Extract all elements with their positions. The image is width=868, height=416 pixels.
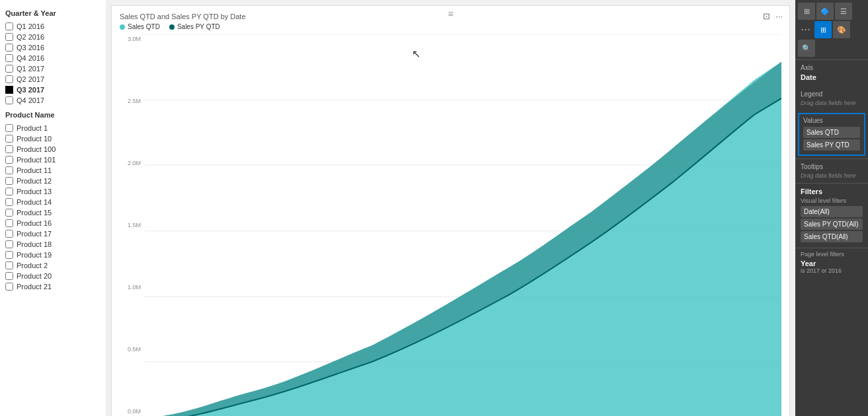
panel-icon-btn-1[interactable]: ⊞ <box>798 3 815 20</box>
filter-product-16[interactable]: Product 16 <box>5 218 100 228</box>
filter-label-product-17: Product 17 <box>17 230 52 238</box>
filter-product-18[interactable]: Product 18 <box>5 239 100 250</box>
checkbox-product-15[interactable] <box>5 209 13 217</box>
filter-q2-2016[interactable]: Q2 2016 <box>5 32 100 42</box>
axis-field-value[interactable]: Date <box>801 73 863 81</box>
visual-level-filters-label: Visual level filters <box>801 197 863 204</box>
values-section-label: Values <box>803 117 860 124</box>
filters-label: Filters <box>801 188 863 195</box>
more-options-icon[interactable]: ··· <box>775 11 783 21</box>
checkbox-product-100[interactable] <box>5 145 13 153</box>
checkbox-q1-2017[interactable] <box>5 65 13 73</box>
filter-product-11[interactable]: Product 11 <box>5 165 100 176</box>
legend-dot-sales-qtd <box>120 24 125 30</box>
legend-sales-py-qtd: Sales PY QTD <box>169 23 220 30</box>
filter-field-date[interactable]: Date(All) <box>801 206 863 217</box>
filter-label-product-14: Product 14 <box>17 198 52 206</box>
checkbox-q3-2016[interactable] <box>5 44 13 52</box>
panel-icon-btn-filter[interactable]: 🔍 <box>798 40 815 57</box>
checkbox-q2-2016[interactable] <box>5 33 13 41</box>
filter-label-product-100: Product 100 <box>17 145 56 153</box>
page-filters-label: Page level filters <box>801 251 863 258</box>
checkbox-product-2[interactable] <box>5 261 13 269</box>
filter-product-1[interactable]: Product 1 <box>5 123 100 133</box>
panel-icon-btn-3[interactable]: ☰ <box>835 3 852 20</box>
y-label-3m: 3.0M <box>120 36 141 42</box>
filter-label-product-18: Product 18 <box>17 240 52 248</box>
filter-product-100[interactable]: Product 100 <box>5 144 100 155</box>
filter-product-19[interactable]: Product 19 <box>5 250 100 260</box>
checkbox-product-18[interactable] <box>5 240 13 248</box>
filter-product-12[interactable]: Product 12 <box>5 176 100 186</box>
filter-product-10[interactable]: Product 10 <box>5 133 100 144</box>
checkbox-product-16[interactable] <box>5 219 13 227</box>
right-panel: ⊞ 🔷 ☰ ··· ⊞ 🎨 🔍 Axis Date Legend Drag da… <box>795 0 868 416</box>
filter-label-product-11: Product 11 <box>17 166 52 174</box>
focus-mode-icon[interactable]: ⊡ <box>763 11 770 21</box>
y-label-1m: 1.0M <box>120 284 141 291</box>
checkbox-product-17[interactable] <box>5 230 13 238</box>
checkbox-product-21[interactable] <box>5 283 13 291</box>
drag-handle-icon: ≡ <box>448 9 453 19</box>
year-filter-value: is 2017 or 2016 <box>801 267 863 274</box>
year-filter-label[interactable]: Year <box>801 260 863 267</box>
filter-label-q2-2016: Q2 2016 <box>17 33 44 41</box>
tooltips-drag-hint: Drag data fields here <box>801 172 863 179</box>
area-chart-svg <box>145 34 781 416</box>
panel-more-dots[interactable]: ··· <box>798 21 813 38</box>
checkbox-product-19[interactable] <box>5 251 13 259</box>
filter-product-13[interactable]: Product 13 <box>5 186 100 197</box>
filter-product-2[interactable]: Product 2 <box>5 260 100 271</box>
main-content-area: ≡ ⊡ ··· Sales QTD and Sales PY QTD by Da… <box>106 0 795 416</box>
axis-section: Axis Date <box>795 60 868 87</box>
checkbox-product-14[interactable] <box>5 198 13 206</box>
filter-q1-2017[interactable]: Q1 2017 <box>5 63 100 74</box>
checkbox-product-10[interactable] <box>5 135 13 143</box>
panel-icon-btn-paint[interactable]: 🎨 <box>833 21 850 38</box>
filter-product-101[interactable]: Product 101 <box>5 155 100 165</box>
filter-label-product-101: Product 101 <box>17 156 56 164</box>
legend-drag-hint: Drag data fields here <box>801 100 863 106</box>
value-field-sales-py-qtd[interactable]: Sales PY QTD <box>803 139 860 151</box>
checkbox-q2-2017[interactable] <box>5 75 13 83</box>
y-label-15m: 1.5M <box>120 222 141 228</box>
legend-section: Legend Drag data fields here <box>795 87 868 110</box>
filters-section: Filters Visual level filters Date(All) S… <box>795 183 868 248</box>
filter-product-17[interactable]: Product 17 <box>5 228 100 239</box>
filter-q2-2017[interactable]: Q2 2017 <box>5 74 100 85</box>
panel-icon-toolbar: ⊞ 🔷 ☰ ··· ⊞ 🎨 🔍 <box>795 0 868 60</box>
filter-product-14[interactable]: Product 14 <box>5 197 100 207</box>
filter-field-sales-py-qtd[interactable]: Sales PY QTD(All) <box>801 219 863 230</box>
chart-container: ≡ ⊡ ··· Sales QTD and Sales PY QTD by Da… <box>111 5 790 416</box>
checkbox-product-101[interactable] <box>5 156 13 164</box>
filter-label-q2-2017: Q2 2017 <box>17 75 44 83</box>
filter-label-product-19: Product 19 <box>17 251 52 259</box>
checkbox-product-11[interactable] <box>5 166 13 174</box>
checkbox-product-13[interactable] <box>5 188 13 195</box>
filter-product-15[interactable]: Product 15 <box>5 207 100 218</box>
filter-label-product-12: Product 12 <box>17 177 52 185</box>
checkbox-product-1[interactable] <box>5 124 13 132</box>
checkbox-filled-q3-2017 <box>5 86 13 94</box>
checkbox-q1-2016[interactable] <box>5 22 13 30</box>
panel-icon-btn-2[interactable]: 🔷 <box>816 3 834 20</box>
chart-legend: Sales QTD Sales PY QTD <box>120 23 781 30</box>
page-filters-section: Page level filters Year is 2017 or 2016 <box>795 248 868 277</box>
filter-q1-2016[interactable]: Q1 2016 <box>5 21 100 32</box>
filter-field-sales-qtd[interactable]: Sales QTD(All) <box>801 231 863 242</box>
checkbox-product-12[interactable] <box>5 177 13 185</box>
panel-icon-btn-grid[interactable]: ⊞ <box>814 21 832 38</box>
filter-q4-2017[interactable]: Q4 2017 <box>5 95 100 106</box>
filter-label-product-15: Product 15 <box>17 209 52 217</box>
checkbox-product-20[interactable] <box>5 272 13 280</box>
filter-q3-2017[interactable]: Q3 2017 <box>5 85 100 95</box>
value-field-sales-qtd[interactable]: Sales QTD <box>803 127 860 138</box>
filter-product-20[interactable]: Product 20 <box>5 271 100 281</box>
checkbox-q4-2016[interactable] <box>5 54 13 62</box>
product-section-title: Product Name <box>5 111 100 119</box>
checkbox-q4-2017[interactable] <box>5 96 13 104</box>
filter-q4-2016[interactable]: Q4 2016 <box>5 53 100 63</box>
legend-label-sales-py-qtd: Sales PY QTD <box>177 23 220 30</box>
filter-q3-2016[interactable]: Q3 2016 <box>5 42 100 53</box>
filter-product-21[interactable]: Product 21 <box>5 281 100 292</box>
